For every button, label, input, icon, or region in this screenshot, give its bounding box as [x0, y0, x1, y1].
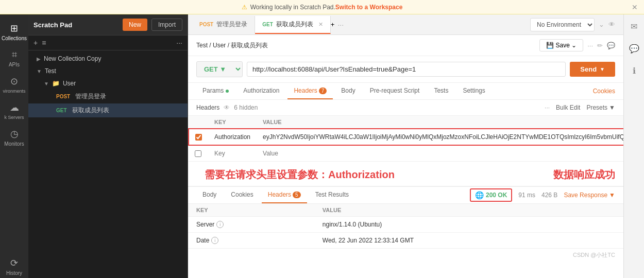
tree-item-user-folder[interactable]: ▼ 📁 User	[28, 77, 188, 90]
comment-icon[interactable]: 💬	[607, 42, 615, 49]
filter-icon[interactable]: ≡	[42, 39, 46, 47]
headers-badge: 7	[319, 88, 327, 94]
breadcrumb-bar: Test / User / 获取成员列表 💾 Save ⌄ ··· ✏ 💬	[188, 35, 623, 56]
get-tab-method: GET	[262, 22, 273, 27]
annotation-overlay: 需要在请求头里设置参数：Authorization 数据响应成功	[188, 162, 623, 186]
send-button[interactable]: Send ▼	[570, 62, 615, 77]
save-response-button[interactable]: Save Response ▼	[564, 192, 615, 199]
save-button[interactable]: 💾 Save ⌄	[539, 39, 583, 51]
params-dot	[226, 90, 229, 93]
request-tabs: Params Authorization Headers7 Body Pre-r…	[188, 83, 623, 100]
user-folder-name: User	[63, 80, 76, 87]
placeholder-key-cell[interactable]	[208, 145, 257, 162]
breadcrumb: Test / User / 获取成员列表	[196, 41, 268, 50]
environment-select[interactable]: No Environment	[530, 18, 595, 31]
banner-text: Working locally in Scratch Pad.	[250, 4, 335, 11]
req-tab-settings[interactable]: Settings	[456, 83, 491, 99]
add-item-icon[interactable]: +	[33, 39, 38, 47]
req-tab-headers[interactable]: Headers7	[287, 83, 333, 99]
new-button[interactable]: New	[123, 19, 147, 31]
expand-arrow-icon: ▼	[44, 81, 49, 86]
header-buttons: New Import	[123, 19, 182, 31]
import-button[interactable]: Import	[151, 19, 182, 31]
warning-icon: ⚠	[242, 4, 247, 11]
res-date-key: Date	[196, 237, 209, 244]
tab-close-icon[interactable]: ✕	[318, 21, 323, 28]
left-panel: Scratch Pad New Import + ≡ ··· ▶ New Col…	[28, 14, 188, 278]
table-row: Server i nginx/1.14.0 (Ubuntu)	[188, 217, 623, 233]
presets-button[interactable]: Presets ▼	[586, 104, 615, 111]
res-tab-body[interactable]: Body	[196, 187, 223, 203]
right-sidebar-icon-3[interactable]: ℹ	[630, 63, 639, 79]
res-server-key-cell: Server i	[188, 217, 314, 233]
banner-close-button[interactable]: ✕	[632, 3, 638, 11]
history-label: History	[6, 270, 22, 276]
res-headers-badge: 5	[293, 192, 301, 198]
req-tab-params[interactable]: Params	[196, 83, 235, 99]
edit-icon[interactable]: ✏	[597, 42, 603, 49]
col-checkbox	[189, 116, 208, 129]
sidebar-item-mock-servers[interactable]: ☁ k Servers	[0, 98, 28, 122]
tree-item-get-members[interactable]: GET 获取成员列表	[28, 103, 188, 117]
placeholder-value-cell[interactable]	[257, 145, 623, 162]
sidebar-item-collections[interactable]: ⊞ Collections	[0, 19, 28, 43]
sidebar-item-history[interactable]: ⟳ History	[0, 253, 28, 278]
table-row-placeholder	[189, 145, 623, 162]
auth-checkbox[interactable]	[195, 134, 202, 141]
right-sidebar-icon-1[interactable]: ✉	[628, 19, 640, 34]
url-input[interactable]	[247, 62, 566, 77]
cookies-link[interactable]: Cookies	[593, 88, 615, 95]
new-tab-button[interactable]: +	[331, 21, 335, 28]
tree-item-test[interactable]: ▼ Test	[28, 65, 188, 77]
tab-bar: POST 管理员登录 GET 获取成员列表 ✕ + ··· No Environ…	[188, 14, 623, 35]
response-headers-table: KEY VALUE Server i nginx	[188, 204, 623, 249]
presets-chevron-icon: ▼	[609, 104, 615, 111]
eye-icon[interactable]: 👁	[608, 21, 615, 28]
bulk-edit-button[interactable]: Bulk Edit	[556, 104, 580, 111]
breadcrumb-more-icon[interactable]: ···	[587, 42, 593, 49]
collections-label: Collections	[2, 36, 27, 41]
apis-icon: ⌗	[12, 49, 17, 60]
sidebar-item-monitors[interactable]: ◷ Monitors	[0, 124, 28, 149]
right-sidebar-icon-2[interactable]: 💬	[626, 41, 642, 57]
res-tab-cookies[interactable]: Cookies	[225, 187, 259, 203]
post-tab-method: POST	[199, 22, 213, 27]
status-badge: 🌐 200 OK	[470, 188, 512, 202]
annotation-right-text: 数据响应成功	[553, 168, 615, 182]
mock-servers-label: k Servers	[4, 115, 24, 120]
environments-label: vironments	[3, 89, 25, 94]
get-tab-label: 获取成员列表	[276, 20, 313, 29]
res-date-key-cell: Date i	[188, 233, 314, 249]
sidebar-item-environments[interactable]: ⊙ vironments	[0, 72, 28, 96]
switch-to-workspace-link[interactable]: Switch to a Workspace	[335, 4, 402, 11]
value-input[interactable]	[263, 150, 623, 157]
placeholder-checkbox[interactable]	[195, 150, 201, 157]
req-tab-pre-request-script[interactable]: Pre-request Script	[364, 83, 426, 99]
actions-more-icon[interactable]: ···	[545, 104, 550, 111]
key-input[interactable]	[214, 150, 250, 157]
expand-arrow-icon: ▶	[37, 56, 41, 62]
info-icon: i	[211, 237, 218, 244]
env-settings-icon[interactable]: ⌄	[599, 21, 604, 28]
annotation-left-text: 需要在请求头里设置参数：Authorization	[196, 164, 403, 186]
more-options-icon[interactable]: ···	[176, 39, 182, 47]
res-tab-headers[interactable]: Headers5	[262, 187, 307, 203]
tab-post-login[interactable]: POST 管理员登录	[192, 16, 255, 33]
more-tabs-icon[interactable]: ···	[334, 21, 347, 29]
req-tab-tests[interactable]: Tests	[428, 83, 454, 99]
sidebar-item-apis[interactable]: ⌗ APIs	[0, 45, 28, 70]
tree-item-collection[interactable]: ▶ New Collection Copy	[28, 53, 188, 65]
response-size: 426 B	[541, 192, 557, 199]
method-select[interactable]: GET ▼	[196, 61, 243, 77]
req-tab-authorization[interactable]: Authorization	[237, 83, 285, 99]
response-time: 91 ms	[518, 192, 535, 199]
post-method-badge: POST	[54, 93, 72, 100]
res-col-key: KEY	[188, 204, 314, 217]
res-tab-test-results[interactable]: Test Results	[309, 187, 355, 203]
tree-item-post-login[interactable]: POST 管理员登录	[28, 90, 188, 103]
status-text: 200 OK	[486, 192, 507, 199]
tab-get-members[interactable]: GET 获取成员列表 ✕	[255, 16, 331, 34]
monitors-icon: ◷	[10, 128, 19, 140]
req-tab-body[interactable]: Body	[335, 83, 361, 99]
placeholder-checkbox-cell	[189, 145, 208, 162]
